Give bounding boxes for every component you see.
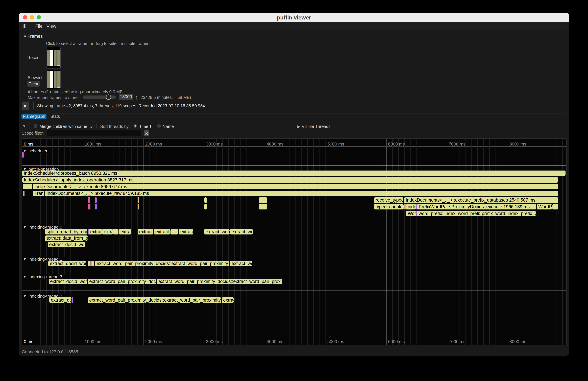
scope-bar[interactable]: extract_word_pair_proximity_docids::extr… <box>88 297 221 303</box>
scope-bar[interactable]: IndexDocuments<_, _>::execute_prefix_dat… <box>404 197 558 203</box>
scope-bar[interactable] <box>138 197 139 203</box>
scope-bar[interactable]: extract_word_pair_proximity_docids::extr… <box>95 261 229 266</box>
scope-bar[interactable] <box>404 204 406 210</box>
scope-bar[interactable]: WordPr <box>537 204 552 210</box>
scope-bar[interactable]: typed_chunk::w <box>374 204 404 210</box>
scope-bar[interactable]: extract_docid_word <box>48 261 86 266</box>
scope-bar[interactable]: IndexDocuments<_, _>::execute_raw 8459.1… <box>45 191 558 196</box>
thread-collapse-triangle-icon[interactable]: ▼ <box>23 225 26 230</box>
frame-history-bar[interactable] <box>47 50 50 66</box>
thread-header-indexing-thread:3[interactable]: ▼indexing-thread:3 <box>22 274 65 279</box>
scope-bar[interactable]: PrefixWordPairsProximityDocids::execute … <box>417 204 536 210</box>
scope-bar[interactable] <box>204 197 207 203</box>
sort-direction-down-icon[interactable]: ⬇ <box>149 124 152 129</box>
recent-frames-thumbnail[interactable] <box>46 47 61 68</box>
tab-stats[interactable]: Stats <box>50 114 60 119</box>
scope-bar[interactable] <box>22 152 24 158</box>
scope-filter-clear-button[interactable]: x <box>144 130 149 136</box>
scope-bar[interactable]: extract_word_pair_proximity_docids <box>88 279 156 284</box>
separator-line <box>22 113 566 113</box>
scope-bar[interactable] <box>95 197 97 203</box>
scope-bar[interactable] <box>170 229 178 234</box>
visible-threads-triangle-icon[interactable]: ▶ <box>297 124 300 129</box>
thread-header-scheduler[interactable]: ▼scheduler <box>22 148 50 153</box>
scope-bar[interactable] <box>204 204 207 210</box>
frame-history-bar[interactable] <box>47 71 50 88</box>
scope-bar[interactable]: IndexScheduler>::apply_index_operation 8… <box>22 177 558 183</box>
tab-flamegraph[interactable]: Flamegraph <box>21 114 46 119</box>
max-frames-slider-handle[interactable] <box>106 94 111 100</box>
scope-bar[interactable] <box>23 191 24 196</box>
sort-by-name-label[interactable]: Name <box>163 124 174 129</box>
sort-by-time-label[interactable]: Time <box>139 124 148 129</box>
thread-header-indexing-thread:0[interactable]: ▼indexing-thread:0 <box>22 225 65 230</box>
thread-collapse-triangle-icon[interactable]: ▼ <box>23 274 26 279</box>
scope-bar[interactable]: IndexDocuments<_, _>::execute 8656.677 m… <box>33 184 558 189</box>
scope-bar[interactable]: Word <box>406 211 416 216</box>
frames-section-title[interactable]: Frames <box>27 33 43 39</box>
scope-bar[interactable]: extract_word_pair_proximity_docids::extr… <box>157 279 282 284</box>
scope-bar[interactable] <box>259 197 267 203</box>
scope-bar[interactable]: extract_word <box>204 229 230 234</box>
scope-bar[interactable]: extract_doc <box>49 297 71 303</box>
top-axis-tick-label: 5000 ms <box>327 142 344 146</box>
thread-collapse-triangle-icon[interactable]: ▼ <box>23 257 26 262</box>
scope-bar[interactable]: extract_ <box>154 229 170 234</box>
help-button[interactable]: ? <box>23 124 25 129</box>
play-button[interactable]: ▶ <box>22 102 29 110</box>
scope-bar[interactable]: extract <box>89 229 102 234</box>
scope-bar[interactable]: IndexScheduler>::process_batch 8953.821 … <box>22 170 566 176</box>
frames-collapse-triangle-icon[interactable]: ▼ <box>23 34 27 39</box>
scope-bar[interactable] <box>138 204 139 210</box>
thread-collapse-triangle-icon[interactable]: ▼ <box>23 294 26 298</box>
scope-bar[interactable]: extract_wo <box>230 261 252 266</box>
sun-icon[interactable] <box>22 24 27 29</box>
max-frames-value[interactable]: 18000 <box>119 94 133 100</box>
scope-bar[interactable]: extract_docid_word <box>48 242 85 247</box>
scope-bar[interactable]: Trans <box>33 191 44 196</box>
scope-bar[interactable]: extra <box>102 229 113 234</box>
scope-bar[interactable] <box>95 204 97 210</box>
frame-history-bar[interactable] <box>50 71 53 88</box>
scope-bar[interactable] <box>90 261 92 266</box>
frame-history-bar[interactable] <box>54 50 57 66</box>
scope-bar[interactable] <box>259 204 267 210</box>
time-axis-line <box>22 147 566 147</box>
scope-bar[interactable] <box>113 229 119 234</box>
scope-filter-input[interactable] <box>47 130 141 136</box>
scope-bar[interactable]: extrac <box>119 229 131 234</box>
scope-bar[interactable]: extrac <box>222 297 233 303</box>
merge-children-checkbox[interactable] <box>34 124 37 128</box>
scope-bar[interactable] <box>89 204 90 210</box>
clear-button[interactable]: Clear <box>27 81 40 87</box>
scope-bar[interactable]: word_prefix::index_word_prefix_ <box>417 211 480 216</box>
thread-name: indexing-thread:0 <box>28 225 62 230</box>
slowest-frames-thumbnail[interactable] <box>46 70 61 89</box>
merge-children-label[interactable]: Merge children with same ID <box>40 124 93 129</box>
scope-bar[interactable] <box>552 204 558 210</box>
frame-history-bar[interactable] <box>54 71 57 88</box>
scope-bar[interactable]: extract_ <box>138 229 153 234</box>
scope-bar[interactable]: receive_typed_ <box>374 197 403 203</box>
scope-bar[interactable]: extract::data_from_ob <box>45 235 88 241</box>
menu-item-file[interactable]: File <box>35 23 43 30</box>
scope-bar[interactable] <box>72 297 73 303</box>
scope-bar[interactable] <box>89 197 90 203</box>
scope-bar[interactable]: prefix_word::index_prefix_wo <box>480 211 536 216</box>
scope-bar[interactable]: index <box>406 204 416 210</box>
menu-item-view[interactable]: View <box>46 23 56 30</box>
sort-by-name-radio[interactable] <box>157 124 161 128</box>
visible-threads-label[interactable]: Visible Threads <box>302 124 330 129</box>
scope-bar[interactable]: extract <box>179 229 193 234</box>
scope-bar[interactable] <box>88 261 90 266</box>
flamegraph-canvas[interactable]: 0 ms0 ms1000 ms1000 ms2000 ms2000 ms3000… <box>22 139 567 345</box>
scope-bar[interactable]: split_grenad_by_chun <box>45 229 87 234</box>
frame-history-bar[interactable] <box>50 50 53 66</box>
title-bar[interactable]: puffin viewer <box>19 13 569 22</box>
scope-bar[interactable]: extract_wor <box>230 229 253 234</box>
scope-bar[interactable]: extract_docid_word <box>49 279 87 284</box>
frame-history-bar[interactable] <box>57 71 60 88</box>
scope-bar[interactable] <box>23 184 32 189</box>
scope-bar[interactable] <box>92 261 94 266</box>
frame-history-bar[interactable] <box>57 50 60 66</box>
